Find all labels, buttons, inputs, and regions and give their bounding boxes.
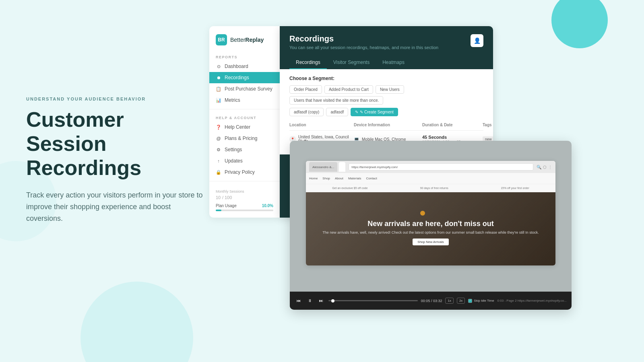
time-display: 00:05 / 03:32	[421, 299, 442, 303]
speed-2x-button[interactable]: 2x	[457, 298, 465, 304]
tab-visitor-segments[interactable]: Visitor Segments	[327, 56, 376, 69]
plans-icon: @	[216, 136, 221, 141]
time-current: 00:05	[421, 299, 430, 303]
bg-circle-top-right	[551, 0, 608, 48]
sidebar-logo: BR BetterReplay	[209, 33, 280, 52]
browser-top-bar: Alessandro &... https://farmerjewel.mysh…	[306, 161, 555, 173]
reports-section-label: REPORTS	[209, 52, 280, 61]
sidebar-item-post-purchase[interactable]: 📋 Post Purchase Survey	[209, 83, 280, 95]
logo-text: BetterReplay	[230, 37, 264, 43]
progress-fill	[216, 210, 221, 211]
skip-back-button[interactable]: ⏮	[295, 297, 303, 305]
settings-icon: ⚙	[216, 147, 221, 152]
nav-materials: Materials	[348, 177, 361, 180]
sidebar-item-updates-label: Updates	[225, 158, 243, 164]
progress-track[interactable]	[328, 300, 418, 301]
nav-home: Home	[309, 177, 318, 180]
shop-nav: Home Shop About Materials Contact	[306, 173, 555, 184]
cursor-indicator	[419, 209, 427, 217]
plan-usage-label: Plan Usage	[216, 204, 237, 208]
logo-replay: Replay	[245, 37, 264, 43]
page-info: 0:03 - Page 2 https://farmenjewel.myshop…	[497, 299, 567, 302]
hero-cta-button: Shop New Arrivals	[413, 239, 448, 245]
browser-url-bar: https://farmerjewel.myshopify.com/	[349, 163, 533, 171]
plan-usage-row: Plan Usage 10.0%	[216, 204, 273, 208]
browser-tab-active	[339, 162, 345, 172]
user-avatar-button[interactable]: 👤	[471, 34, 483, 47]
sidebar-item-dashboard[interactable]: ⊙ Dashboard	[209, 61, 280, 72]
shop-hero: New arrivals are here, don't miss out Th…	[306, 192, 555, 265]
sidebar-item-settings[interactable]: ⚙ Settings	[209, 144, 280, 155]
segment-tags-2: adfasdf (copy) adfasdf ✎ ✎ Create Segmen…	[289, 108, 483, 116]
progress-bar	[216, 210, 273, 211]
sidebar-item-recordings-label: Recordings	[225, 75, 249, 80]
heading-line1: Customer Session	[26, 108, 124, 155]
sidebar-item-post-purchase-label: Post Purchase Survey	[225, 86, 272, 92]
help-icon: ❓	[216, 124, 221, 130]
plan-section: Monthly Sessions 10 / 100 Plan Usage 10.…	[209, 185, 280, 211]
tab-recordings[interactable]: Recordings	[289, 56, 327, 69]
sidebar-item-dashboard-label: Dashboard	[225, 64, 248, 69]
sidebar-item-privacy-label: Privacy Policy	[225, 169, 255, 175]
nav-about: About	[335, 177, 343, 180]
sidebar-item-help-label: Help Center	[225, 124, 250, 130]
promo-2: 90 days of free returns	[420, 187, 448, 189]
controls-bar: ⏮ ⏸ ⏭ 00:05 / 03:32 1x 2x ✓ Skip Idle Ti…	[290, 292, 572, 310]
duration-value: 45 Seconds	[422, 135, 483, 140]
sidebar-item-settings-label: Settings	[225, 147, 242, 152]
create-segment-button[interactable]: ✎ ✎ Create Segment	[351, 108, 398, 116]
browser-nav-icons: 🔍 ⬡ ⋮	[537, 165, 552, 169]
main-header-text: Recordings You can see all your session …	[289, 34, 438, 50]
sidebar-item-metrics[interactable]: 📊 Metrics	[209, 95, 280, 106]
segment-label: Choose a Segment:	[289, 76, 483, 81]
recording-inner: Alessandro &... https://farmerjewel.mysh…	[290, 141, 572, 310]
left-section: UNDERSTAND YOUR AUDIENCE BEHAVIOR Custom…	[26, 97, 203, 224]
subtitle-label: UNDERSTAND YOUR AUDIENCE BEHAVIOR	[26, 97, 203, 101]
create-segment-label: ✎ Create Segment	[360, 110, 394, 114]
sidebar-item-plans[interactable]: @ Plans & Pricing	[209, 133, 280, 144]
gauge-icon: ⊙	[216, 64, 221, 69]
extension-icon: ⬡	[543, 165, 547, 169]
plan-usage-pct: 10.0%	[262, 204, 273, 208]
play-pause-button[interactable]: ⏸	[306, 297, 314, 305]
menu-icon: ⋮	[548, 165, 552, 169]
browser-mockup: Alessandro &... https://farmerjewel.mysh…	[306, 161, 555, 265]
main-title: Recordings	[289, 34, 438, 43]
sidebar-divider-2	[209, 181, 280, 181]
help-section-label: HELP & ACCOUNT	[209, 113, 280, 121]
updates-icon: ↑	[216, 158, 221, 164]
hero-title: New arrivals are here, don't miss out	[367, 220, 493, 228]
col-device: Device Information	[354, 123, 422, 127]
tabs-bar: Recordings Visitor Segments Heatmaps	[280, 56, 493, 69]
survey-icon: 📋	[216, 86, 221, 92]
segment-tag-adfasdf[interactable]: adfasdf	[326, 108, 348, 116]
record-icon: ⏺	[216, 75, 221, 80]
heading-line2: Recordings	[26, 156, 141, 179]
sidebar: BR BetterReplay REPORTS ⊙ Dashboard ⏺ Re…	[209, 26, 280, 218]
skip-idle-checkbox: ✓	[468, 299, 472, 303]
col-tags: Tags	[483, 123, 493, 127]
sidebar-item-recordings[interactable]: ⏺ Recordings	[209, 72, 280, 83]
segment-tag-added-cart[interactable]: Added Product to Cart	[324, 85, 373, 94]
promo-bar: Get an exclusive $5 off code 90 days of …	[306, 184, 555, 192]
bg-circle-bottom-left	[80, 282, 193, 362]
skip-forward-button[interactable]: ⏭	[317, 297, 325, 305]
recording-preview: Alessandro &... https://farmerjewel.mysh…	[290, 141, 572, 310]
sidebar-divider	[209, 109, 280, 109]
monthly-sessions-value: 10 / 100	[216, 194, 273, 200]
segment-tag-visited-more[interactable]: Users that have visited the site more th…	[289, 96, 383, 105]
monthly-sessions-label: Monthly Sessions	[216, 189, 273, 193]
segment-tags: Order Placed Added Product to Cart New U…	[289, 85, 483, 105]
sidebar-item-privacy[interactable]: 🔒 Privacy Policy	[209, 167, 280, 178]
segment-tag-order-placed[interactable]: Order Placed	[289, 85, 322, 94]
table-header: Location Device Information Duration & D…	[289, 119, 483, 131]
promo-1: Get an exclusive $5 off code	[332, 187, 367, 189]
sidebar-item-updates[interactable]: ↑ Updates	[209, 155, 280, 167]
tab-heatmaps[interactable]: Heatmaps	[376, 56, 411, 69]
speed-1x-button[interactable]: 1x	[445, 298, 453, 304]
sidebar-item-help[interactable]: ❓ Help Center	[209, 121, 280, 133]
progress-thumb	[331, 299, 334, 302]
skip-idle-toggle[interactable]: ✓ Skip Idle Time	[468, 299, 494, 303]
segment-tag-new-users[interactable]: New Users	[376, 85, 404, 94]
segment-tag-adfasdf-copy[interactable]: adfasdf (copy)	[289, 108, 324, 116]
